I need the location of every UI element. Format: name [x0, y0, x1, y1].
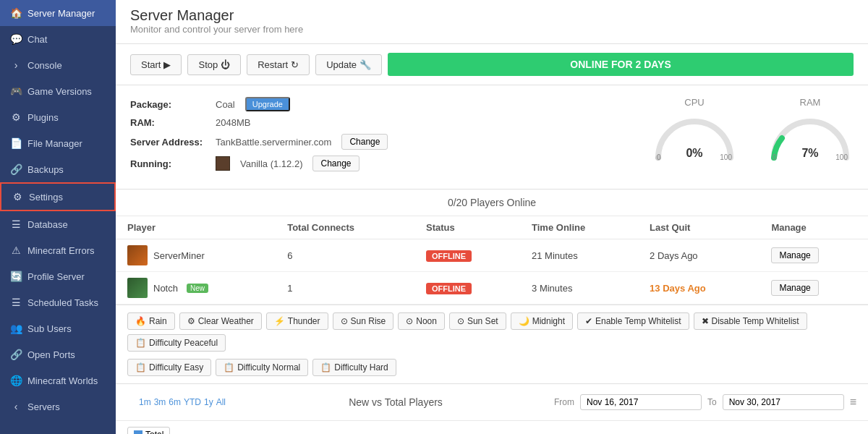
manage-button[interactable]: Manage — [771, 280, 818, 296]
legend-total-label: Total — [145, 430, 163, 434]
difficulty-hard-label: Difficulty Hard — [334, 362, 388, 373]
cmd-difficulty-normal[interactable]: 📋Difficulty Normal — [216, 359, 308, 376]
avatar — [127, 278, 148, 298]
cmd-thunder[interactable]: ⚡Thunder — [266, 312, 328, 330]
col-player: Player — [116, 216, 276, 239]
col-time: Time Online — [520, 216, 638, 239]
sidebar-item-minecraft-errors[interactable]: ⚠ Minecraft Errors — [0, 237, 116, 263]
col-manage: Manage — [760, 216, 868, 239]
manage-button[interactable]: Manage — [771, 247, 818, 263]
clear-weather-icon: ⚙ — [187, 316, 195, 326]
col-status: Status — [414, 216, 520, 239]
cmd-noon[interactable]: ⊙Noon — [398, 312, 445, 330]
noon-icon: ⊙ — [406, 316, 413, 326]
sidebar-item-minecraft-worlds[interactable]: 🌐 Minecraft Worlds — [0, 367, 116, 393]
sidebar-item-settings[interactable]: ⚙ Settings — [0, 182, 116, 211]
game-icon: 🎮 — [10, 85, 22, 97]
tasks-icon: ☰ — [10, 297, 22, 308]
sun-rise-label: Sun Rise — [351, 316, 386, 326]
players-section: 0/20 Players Online Player Total Connect… — [116, 190, 868, 305]
time-online: 3 Minutes — [520, 272, 638, 305]
zoom-1m[interactable]: 1m — [139, 397, 151, 407]
cmd-clear-weather[interactable]: ⚙Clear Weather — [179, 312, 262, 330]
sidebar-item-database[interactable]: ☰ Database — [0, 211, 116, 237]
sidebar-item-chat[interactable]: 💬 Chat — [0, 26, 116, 52]
start-icon: ▶ — [163, 59, 171, 70]
status-badge: ONLINE FOR 2 DAYS — [388, 53, 854, 76]
cmd-rain[interactable]: 🔥Rain — [127, 312, 175, 330]
cmd-difficulty-easy[interactable]: 📋Difficulty Easy — [127, 359, 211, 376]
sidebar-item-open-ports[interactable]: 🔗 Open Ports — [0, 341, 116, 367]
from-date-input[interactable] — [580, 394, 702, 410]
update-icon: 🔧 — [359, 59, 371, 70]
commands-bar: 🔥Rain⚙Clear Weather⚡Thunder⊙Sun Rise⊙Noo… — [116, 305, 868, 384]
page-subtitle: Monitor and control your server from her… — [130, 24, 854, 35]
table-row: Notch New 1 OFFLINE 3 Minutes 13 Days Ag… — [116, 272, 868, 305]
sidebar-item-sub-users[interactable]: 👥 Sub Users — [0, 315, 116, 341]
col-last-quit: Last Quit — [638, 216, 760, 239]
total-connects: 1 — [276, 272, 414, 305]
worlds-icon: 🌐 — [10, 375, 22, 386]
servers-icon: ‹ — [10, 401, 22, 412]
sidebar-item-servers[interactable]: ‹ Servers — [0, 393, 116, 420]
difficulty-easy-icon: 📋 — [135, 362, 146, 373]
error-icon: ⚠ — [10, 244, 22, 256]
thunder-icon: ⚡ — [274, 316, 285, 326]
offline-badge: OFFLINE — [426, 283, 472, 294]
cmd-sun-rise[interactable]: ⊙Sun Rise — [333, 312, 394, 330]
update-button[interactable]: Update 🔧 — [315, 54, 382, 75]
manage-cell: Manage — [760, 272, 868, 305]
sidebar-item-profile-server[interactable]: 🔄 Profile Server — [0, 263, 116, 289]
page-header: Server Manager Monitor and control your … — [116, 0, 868, 44]
cmd-midnight[interactable]: 🌙Midnight — [511, 312, 573, 330]
difficulty-peaceful-icon: 📋 — [135, 338, 146, 348]
restart-icon: ↻ — [291, 59, 299, 70]
manage-cell: Manage — [760, 239, 868, 272]
upgrade-button[interactable]: Upgrade — [245, 97, 290, 111]
zoom-6m[interactable]: 6m — [169, 397, 181, 407]
start-button[interactable]: Start ▶ — [130, 54, 182, 75]
zoom-YTD[interactable]: YTD — [184, 397, 201, 407]
package-row: Package: Coal Upgrade — [130, 97, 622, 111]
last-quit: 2 Days Ago — [638, 239, 760, 272]
gauges: CPU 0% 0 100 RAM — [651, 97, 854, 161]
change-version-button[interactable]: Change — [312, 156, 359, 171]
sidebar-item-scheduled-tasks[interactable]: ☰ Scheduled Tasks — [0, 289, 116, 315]
cmd-difficulty-peaceful[interactable]: 📋Difficulty Peaceful — [127, 334, 226, 352]
plugins-icon: ⚙ — [10, 111, 22, 123]
restart-button[interactable]: Restart ↻ — [247, 54, 310, 75]
to-date-input[interactable] — [723, 394, 844, 410]
stop-button[interactable]: Stop ⏻ — [187, 54, 241, 75]
cmd-enable-temp-whitelist[interactable]: ✔Enable Temp Whitelist — [577, 312, 689, 330]
clear-weather-label: Clear Weather — [198, 316, 254, 326]
enable-temp-whitelist-icon: ✔ — [585, 316, 592, 326]
sidebar-item-file-manager[interactable]: 📄 File Manager — [0, 130, 116, 156]
running-row: Running: Vanilla (1.12.2) Change — [130, 156, 622, 171]
noon-label: Noon — [416, 316, 437, 326]
sidebar-item-server-manager[interactable]: 🏠 Server Manager — [0, 0, 116, 26]
backup-icon: 🔗 — [10, 163, 22, 175]
sun-set-label: Sun Set — [467, 316, 498, 326]
cmd-disable-temp-whitelist[interactable]: ✖Disable Temp Whitelist — [694, 312, 807, 330]
sidebar-item-console[interactable]: › Console — [0, 52, 116, 78]
stop-icon: ⏻ — [221, 59, 230, 70]
difficulty-easy-label: Difficulty Easy — [149, 362, 203, 373]
sidebar-item-plugins[interactable]: ⚙ Plugins — [0, 104, 116, 130]
chat-icon: 💬 — [10, 33, 22, 45]
cmd-sun-set[interactable]: ⊙Sun Set — [449, 312, 506, 330]
profile-icon: 🔄 — [10, 271, 22, 282]
zoom-1y[interactable]: 1y — [204, 397, 213, 407]
sidebar-item-backups[interactable]: 🔗 Backups — [0, 156, 116, 182]
chart-menu-icon[interactable]: ≡ — [850, 396, 856, 409]
col-connects: Total Connects — [276, 216, 414, 239]
offline-badge: OFFLINE — [426, 250, 472, 262]
users-icon: 👥 — [10, 323, 22, 334]
change-address-button[interactable]: Change — [341, 134, 388, 150]
main-content: Server Manager Monitor and control your … — [116, 0, 868, 434]
zoom-All[interactable]: All — [216, 397, 226, 407]
zoom-3m[interactable]: 3m — [154, 397, 166, 407]
sidebar-item-game-versions[interactable]: 🎮 Game Versions — [0, 78, 116, 104]
cmd-difficulty-hard[interactable]: 📋Difficulty Hard — [312, 359, 396, 376]
ram-gauge: RAM 7% 0 100 — [767, 97, 854, 161]
player-name: Notch — [153, 283, 178, 294]
